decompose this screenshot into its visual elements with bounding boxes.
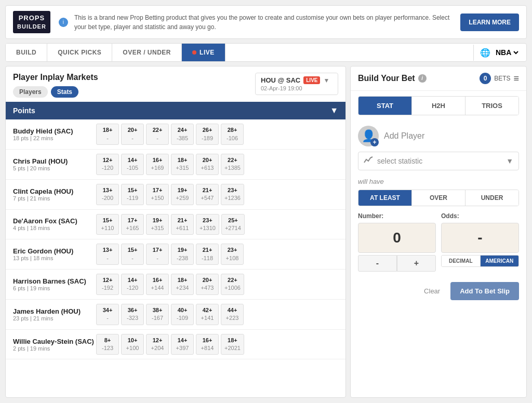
- player-stats: 13 pts | 18 mins: [13, 255, 96, 261]
- odds-btn[interactable]: 23++1236: [221, 184, 244, 205]
- decrement-button[interactable]: -: [358, 255, 397, 272]
- odds-btn[interactable]: 12+-120: [96, 154, 119, 175]
- odds-btn[interactable]: 22++1006: [221, 274, 244, 295]
- players-list: Buddy Hield (SAC) 18 pts | 22 mins 18+- …: [6, 119, 345, 397]
- tab-over-under[interactable]: OVER / UNDER: [112, 44, 182, 61]
- tab-trios[interactable]: TRIOS: [466, 97, 518, 115]
- odds-btn[interactable]: 14+-120: [121, 274, 144, 295]
- tab-h2h[interactable]: H2H: [412, 97, 466, 115]
- odds-btn[interactable]: 16++144: [146, 274, 169, 295]
- odds-btn[interactable]: 13+-200: [96, 184, 119, 205]
- odds-btn[interactable]: 20++473: [196, 274, 219, 295]
- odds-btn[interactable]: 18+-: [96, 124, 119, 145]
- menu-icon[interactable]: ≡: [513, 73, 519, 84]
- bets-badge: 0: [480, 73, 491, 84]
- odds-btn[interactable]: 23++108: [221, 244, 244, 265]
- odds-btn[interactable]: 10++100: [121, 334, 144, 355]
- odds-btn[interactable]: 20+-: [121, 124, 144, 145]
- odds-btn[interactable]: 13+-: [96, 244, 119, 265]
- match-live-badge: LIVE: [303, 76, 320, 84]
- condition-at-least[interactable]: AT LEAST: [358, 190, 412, 206]
- odds-btn[interactable]: 18++315: [171, 154, 194, 175]
- odds-btn[interactable]: 26+-189: [196, 124, 219, 145]
- format-american[interactable]: AMERICAN: [481, 256, 519, 266]
- player-name: James Harden (HOU): [13, 307, 96, 315]
- odds-btn[interactable]: 21++547: [196, 184, 219, 205]
- filter-stats-button[interactable]: Stats: [51, 86, 78, 98]
- page-title: Player Inplay Markets: [13, 73, 98, 82]
- odds-btn[interactable]: 44++223: [221, 304, 244, 325]
- odds-btn[interactable]: 21+-118: [196, 244, 219, 265]
- plus-icon: +: [370, 138, 379, 146]
- odds-row: 8+-123 10++100 12++204 14++397 16++814 1…: [96, 334, 338, 355]
- info-icon[interactable]: i: [418, 74, 427, 83]
- number-section: Number: 0 - +: [358, 212, 436, 272]
- tab-quick-picks[interactable]: QUICK PICKS: [47, 44, 112, 61]
- match-selector[interactable]: HOU @ SAC LIVE ▼ 02-Apr-19 19:00: [255, 73, 338, 95]
- odds-btn[interactable]: 22+-: [146, 124, 169, 145]
- learn-more-button[interactable]: LEARN MORE: [460, 14, 519, 31]
- odds-btn[interactable]: 17+-: [146, 244, 169, 265]
- odds-btn[interactable]: 19+-238: [171, 244, 194, 265]
- player-stats: 4 pts | 18 mins: [13, 225, 96, 231]
- odds-btn[interactable]: 12++204: [146, 334, 169, 355]
- odds-btn[interactable]: 19++315: [146, 214, 169, 235]
- odds-btn[interactable]: 24+-385: [171, 124, 194, 145]
- increment-button[interactable]: +: [397, 255, 436, 272]
- filter-players-button[interactable]: Players: [13, 86, 48, 98]
- odds-btn[interactable]: 25++2714: [221, 214, 245, 235]
- build-your-bet-title: Build Your Bet i: [358, 74, 427, 83]
- add-to-bet-slip-button[interactable]: Add To Bet Slip: [450, 282, 519, 300]
- player-stats: 6 pts | 19 mins: [13, 285, 96, 291]
- odds-btn[interactable]: 14++397: [171, 334, 194, 355]
- odds-btn[interactable]: 15+-: [121, 244, 144, 265]
- odds-btn[interactable]: 17++165: [121, 214, 144, 235]
- odds-btn[interactable]: 18++2021: [221, 334, 244, 355]
- match-chevron: ▼: [323, 77, 329, 84]
- league-dropdown[interactable]: NBA: [494, 48, 520, 57]
- avatar: 👤 +: [358, 126, 379, 146]
- table-row: De'Aaron Fox (SAC) 4 pts | 18 mins 15++1…: [6, 210, 345, 240]
- format-decimal[interactable]: DECIMAL: [442, 256, 481, 266]
- tab-build[interactable]: BUILD: [6, 44, 47, 61]
- statistic-selector[interactable]: select statistic ▼: [358, 152, 519, 170]
- odds-btn[interactable]: 40+-109: [171, 304, 194, 325]
- odds-btn[interactable]: 42++141: [196, 304, 219, 325]
- condition-over[interactable]: OVER: [412, 190, 466, 206]
- match-date: 02-Apr-19 19:00: [261, 85, 302, 91]
- chart-icon: [364, 156, 373, 166]
- bets-label: BETS: [494, 75, 510, 82]
- section-chevron[interactable]: ▼: [330, 106, 338, 115]
- table-row: Chris Paul (HOU) 5 pts | 20 mins 12+-120…: [6, 150, 345, 180]
- odds-btn[interactable]: 34+-: [96, 304, 119, 325]
- odds-btn[interactable]: 20++613: [196, 154, 219, 175]
- add-player-section[interactable]: 👤 + Add Player: [351, 120, 526, 152]
- odds-btn[interactable]: 28+-106: [221, 124, 244, 145]
- odds-btn[interactable]: 18++234: [171, 274, 194, 295]
- odds-btn[interactable]: 38+-167: [146, 304, 169, 325]
- action-row: Clear Add To Bet Slip: [351, 278, 526, 307]
- odds-btn[interactable]: 14+-105: [121, 154, 144, 175]
- odds-btn[interactable]: 21++611: [171, 214, 194, 235]
- league-selector[interactable]: 🌐 NBA: [473, 45, 526, 61]
- odds-btn[interactable]: 12+-192: [96, 274, 119, 295]
- tab-stat[interactable]: STAT: [358, 97, 412, 115]
- clear-button[interactable]: Clear: [419, 284, 445, 298]
- odds-btn[interactable]: 17++150: [146, 184, 169, 205]
- odds-display: -: [441, 223, 519, 253]
- odds-btn[interactable]: 16++814: [196, 334, 219, 355]
- player-stats: 23 pts | 21 mins: [13, 315, 96, 321]
- odds-btn[interactable]: 36+-323: [121, 304, 144, 325]
- tab-live[interactable]: LIVE: [182, 44, 225, 61]
- table-row: Clint Capela (HOU) 7 pts | 21 mins 13+-2…: [6, 180, 345, 210]
- odds-btn[interactable]: 22++1385: [221, 154, 244, 175]
- build-title-text: Build Your Bet: [358, 74, 415, 83]
- odds-btn[interactable]: 8+-123: [96, 334, 119, 355]
- odds-btn[interactable]: 16++169: [146, 154, 169, 175]
- odds-btn[interactable]: 15+-119: [121, 184, 144, 205]
- odds-btn[interactable]: 23++1310: [196, 214, 219, 235]
- odds-btn[interactable]: 15++110: [96, 214, 119, 235]
- odds-row: 15++110 17++165 19++315 21++611 23++1310…: [96, 214, 338, 235]
- odds-btn[interactable]: 19++259: [171, 184, 194, 205]
- condition-under[interactable]: UNDER: [466, 190, 518, 206]
